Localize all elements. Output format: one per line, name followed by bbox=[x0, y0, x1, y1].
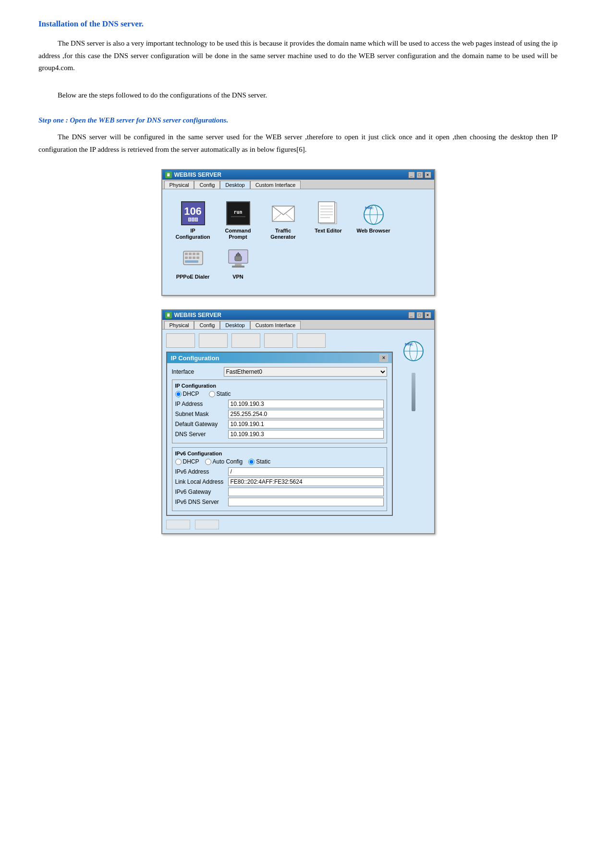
tab-custom-interface[interactable]: Custom Interface bbox=[250, 181, 301, 189]
svg-text:http:: http: bbox=[365, 206, 374, 210]
window-1: 🖥 WEB/IIS SERVER _ □ × Physical Config D… bbox=[161, 169, 435, 296]
maximize-button[interactable]: □ bbox=[416, 171, 423, 178]
link-local-row: Link Local Address bbox=[175, 477, 384, 486]
window-title-2: WEB/IIS SERVER bbox=[174, 312, 221, 318]
close-button[interactable]: × bbox=[425, 171, 431, 178]
dns-server-row: DNS Server bbox=[175, 430, 384, 439]
cmd-line bbox=[231, 216, 245, 217]
tab-physical-2[interactable]: Physical bbox=[164, 321, 195, 329]
svg-text:http:: http: bbox=[405, 342, 414, 346]
tab-config[interactable]: Config bbox=[194, 181, 220, 189]
traffic-svg bbox=[271, 201, 295, 225]
icon-ip-configuration[interactable]: 106 IPConfiguration bbox=[174, 201, 212, 240]
window-body-1: 106 IPConfiguration run bbox=[162, 189, 434, 295]
ipv6-dns-label: IPv6 DNS Server bbox=[175, 499, 228, 505]
default-gateway-row: Default Gateway bbox=[175, 420, 384, 428]
ipv6-dns-row: IPv6 DNS Server bbox=[175, 498, 384, 506]
traffic-icon-img bbox=[271, 201, 296, 226]
subnet-mask-input[interactable] bbox=[228, 410, 384, 418]
ipv4-radio-group: DHCP Static bbox=[175, 391, 384, 397]
svg-rect-21 bbox=[193, 257, 195, 259]
ip-config-close-btn[interactable]: × bbox=[379, 354, 388, 362]
bottom-icon-row bbox=[166, 520, 430, 529]
link-local-label: Link Local Address bbox=[175, 478, 228, 485]
tab-custom-interface-2[interactable]: Custom Interface bbox=[250, 321, 301, 329]
static-radio[interactable] bbox=[209, 391, 215, 397]
web-browser-label: Web Browser bbox=[356, 228, 390, 234]
tab-physical[interactable]: Physical bbox=[164, 181, 195, 189]
dns-server-label: DNS Server bbox=[175, 431, 228, 438]
ipv6-autoconfig-label[interactable]: Auto Config bbox=[205, 458, 243, 465]
svg-rect-20 bbox=[189, 257, 192, 259]
icon-pppoe-dialer[interactable]: PPPoE Dialer bbox=[174, 247, 212, 280]
scroll-indicator bbox=[412, 373, 415, 411]
ip-address-input[interactable] bbox=[228, 400, 384, 408]
ipv6-address-label: IPv6 Address bbox=[175, 468, 228, 475]
interface-select[interactable]: FastEthernet0 bbox=[224, 367, 387, 377]
ipv6-section-box: IPv6 Configuration DHCP Auto Config bbox=[172, 447, 387, 511]
svg-rect-25 bbox=[235, 263, 242, 266]
window-2: 🖥 WEB/IIS SERVER _ □ × Physical Config D… bbox=[161, 309, 435, 534]
pppoe-label: PPPoE Dialer bbox=[176, 274, 210, 280]
vpn-label: VPN bbox=[232, 274, 243, 280]
subnet-mask-label: Subnet Mask bbox=[175, 411, 228, 417]
ipv6-static-label[interactable]: Static bbox=[248, 458, 270, 465]
svg-rect-18 bbox=[196, 253, 199, 255]
ipv6-dhcp-radio[interactable] bbox=[175, 459, 182, 465]
svg-rect-26 bbox=[232, 266, 244, 268]
vpn-icon-img bbox=[226, 247, 251, 272]
default-gateway-input[interactable] bbox=[228, 420, 384, 428]
maximize-button-2[interactable]: □ bbox=[416, 312, 423, 318]
static-label-text: Static bbox=[217, 391, 231, 397]
window-controls-1[interactable]: _ □ × bbox=[408, 171, 431, 178]
ipv6-autoconfig-radio[interactable] bbox=[205, 459, 211, 465]
svg-rect-19 bbox=[185, 257, 188, 259]
ipv6-gateway-input[interactable] bbox=[228, 488, 384, 496]
svg-rect-15 bbox=[185, 253, 188, 255]
icon-vpn[interactable]: VPN bbox=[219, 247, 257, 280]
titlebar-left-2: 🖥 WEB/IIS SERVER bbox=[165, 312, 221, 318]
minimize-button-2[interactable]: _ bbox=[408, 312, 415, 318]
window-title-1: WEB/IIS SERVER bbox=[174, 171, 221, 178]
ipv6-section-title: IPv6 Configuration bbox=[175, 451, 384, 456]
dns-server-input[interactable] bbox=[228, 430, 384, 439]
close-button-2[interactable]: × bbox=[425, 312, 431, 318]
icon-text-editor[interactable]: Text Editor bbox=[309, 201, 348, 240]
bottom-icon-1 bbox=[166, 520, 190, 529]
interface-label: Interface bbox=[172, 368, 220, 375]
ipv6-dhcp-label[interactable]: DHCP bbox=[175, 458, 199, 465]
tab-desktop-2[interactable]: Desktop bbox=[220, 321, 250, 329]
default-gateway-label: Default Gateway bbox=[175, 421, 228, 428]
text-editor-label: Text Editor bbox=[315, 228, 342, 234]
dhcp-label-text: DHCP bbox=[183, 391, 199, 397]
cmd-run-text: run bbox=[233, 209, 242, 215]
link-local-input[interactable] bbox=[228, 477, 384, 486]
ipv6-static-radio[interactable] bbox=[248, 459, 255, 465]
paragraph-1: The DNS server is also a very important … bbox=[38, 37, 558, 74]
text-editor-icon-img bbox=[316, 201, 341, 226]
icon-placeholder-3 bbox=[231, 333, 260, 348]
icon-command-prompt[interactable]: run CommandPrompt bbox=[219, 201, 257, 240]
static-radio-label[interactable]: Static bbox=[209, 391, 231, 397]
svg-rect-4 bbox=[318, 202, 335, 223]
tab-desktop[interactable]: Desktop bbox=[220, 181, 250, 189]
window-body-2: IP Configuration × Interface FastEtherne… bbox=[162, 330, 434, 533]
svg-rect-23 bbox=[185, 260, 198, 263]
ip-number-display: 106 bbox=[181, 201, 205, 225]
ipv6-static-text: Static bbox=[256, 458, 270, 465]
ipv6-dns-input[interactable] bbox=[228, 498, 384, 506]
svg-rect-17 bbox=[193, 253, 195, 255]
ip-config-label: IPConfiguration bbox=[175, 228, 210, 240]
tab-config-2[interactable]: Config bbox=[194, 321, 220, 329]
icon-web-browser-2[interactable]: http: bbox=[399, 337, 428, 364]
ip-config-area: IP Configuration × Interface FastEtherne… bbox=[166, 333, 393, 516]
minimize-button[interactable]: _ bbox=[408, 171, 415, 178]
right-panel: http: bbox=[397, 333, 430, 516]
icon-traffic-generator[interactable]: TrafficGenerator bbox=[264, 201, 303, 240]
top-icon-row bbox=[166, 333, 393, 348]
ipv6-address-input[interactable] bbox=[228, 467, 384, 476]
dhcp-radio[interactable] bbox=[175, 391, 182, 397]
window-controls-2[interactable]: _ □ × bbox=[408, 312, 431, 318]
icon-web-browser[interactable]: http: Web Browser bbox=[354, 201, 393, 240]
dhcp-radio-label[interactable]: DHCP bbox=[175, 391, 199, 397]
